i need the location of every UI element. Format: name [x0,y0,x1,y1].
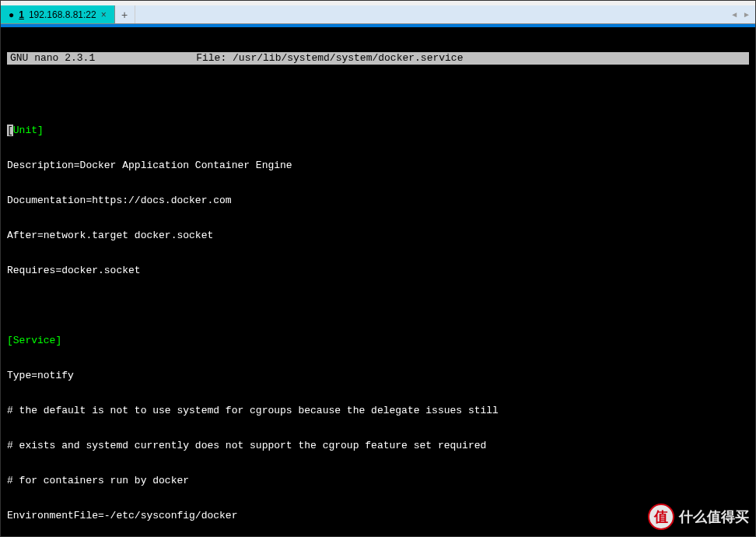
section-service: [Service] [7,335,749,346]
file-line: After=network.target docker.socket [7,230,749,241]
new-tab-button[interactable]: + [115,5,135,23]
dot-icon: ● [9,9,14,20]
arrow-left-icon[interactable]: ◄ [730,10,738,19]
tab-bar: ● 1 192.168.8.81:22 × + ◄ ► [1,5,755,24]
tab-number: 1 [19,9,24,20]
tab-nav: ◄ ► [726,5,755,23]
file-line: EnvironmentFile=-/etc/sysconfig/docker [7,510,749,521]
file-line: Description=Docker Application Container… [7,160,749,171]
file-line: Type=notify [7,370,749,381]
arrow-right-icon[interactable]: ► [743,10,751,19]
terminal-tab[interactable]: ● 1 192.168.8.81:22 × [1,5,115,23]
file-line: Documentation=https://docs.docker.com [7,195,749,206]
nano-title: GNU nano 2.3.1 [10,52,95,65]
nano-file-label: File: /usr/lib/systemd/system/docker.ser… [95,52,746,65]
nano-header-bar: GNU nano 2.3.1 File: /usr/lib/systemd/sy… [7,52,749,65]
terminal-output[interactable]: GNU nano 2.3.1 File: /usr/lib/systemd/sy… [1,27,755,537]
close-icon[interactable]: × [101,9,107,20]
file-line: # exists and systemd currently does not … [7,440,749,451]
file-line: Requires=docker.socket [7,265,749,276]
tab-title: 192.168.8.81:22 [29,9,96,20]
editor-content[interactable]: [Unit] Description=Docker Application Co… [1,101,755,537]
bracket-open: [ [7,125,13,136]
file-line [7,300,749,311]
file-line: # for containers run by docker [7,475,749,486]
section-unit: Unit] [13,125,44,136]
file-line: # the default is not to use systemd for … [7,405,749,416]
